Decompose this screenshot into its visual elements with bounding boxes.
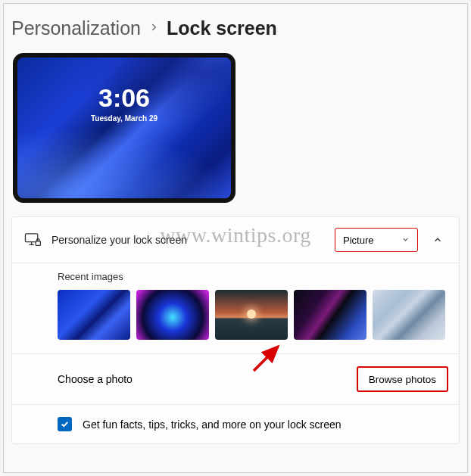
recent-image-thumb[interactable] bbox=[136, 290, 209, 340]
choose-photo-label: Choose a photo bbox=[58, 373, 357, 385]
chevron-down-icon bbox=[401, 235, 410, 246]
monitor-lock-icon bbox=[23, 232, 42, 247]
recent-images-section: Recent images bbox=[12, 263, 459, 354]
chevron-right-icon bbox=[148, 20, 159, 36]
recent-images-title: Recent images bbox=[58, 271, 448, 282]
breadcrumb-current: Lock screen bbox=[167, 17, 277, 39]
lock-screen-preview: 3:06 Tuesday, March 29 bbox=[13, 53, 236, 203]
preview-time: 3:06 bbox=[17, 83, 231, 113]
dropdown-value: Picture bbox=[343, 235, 373, 246]
personalize-label: Personalize your lock screen bbox=[51, 234, 335, 246]
personalize-row[interactable]: Personalize your lock screen Picture bbox=[12, 217, 459, 263]
preview-date: Tuesday, March 29 bbox=[17, 114, 231, 123]
choose-photo-row: Choose a photo Browse photos bbox=[12, 354, 459, 405]
recent-image-thumb[interactable] bbox=[58, 290, 130, 340]
fun-facts-label: Get fun facts, tips, tricks, and more on… bbox=[83, 418, 342, 431]
fun-facts-checkbox[interactable] bbox=[58, 417, 72, 431]
svg-rect-3 bbox=[36, 241, 40, 245]
fun-facts-row[interactable]: Get fun facts, tips, tricks, and more on… bbox=[12, 405, 459, 443]
recent-image-thumb[interactable] bbox=[294, 290, 367, 340]
lock-screen-panel: Personalize your lock screen Picture Rec… bbox=[11, 216, 460, 444]
svg-rect-0 bbox=[25, 234, 37, 242]
recent-image-thumb[interactable] bbox=[215, 290, 288, 340]
personalize-dropdown[interactable]: Picture bbox=[335, 228, 418, 252]
recent-image-thumb[interactable] bbox=[373, 290, 445, 340]
collapse-button[interactable] bbox=[427, 229, 448, 250]
breadcrumb-parent[interactable]: Personalization bbox=[11, 17, 141, 39]
browse-photos-button[interactable]: Browse photos bbox=[357, 366, 448, 392]
breadcrumb: Personalization Lock screen bbox=[4, 4, 467, 50]
